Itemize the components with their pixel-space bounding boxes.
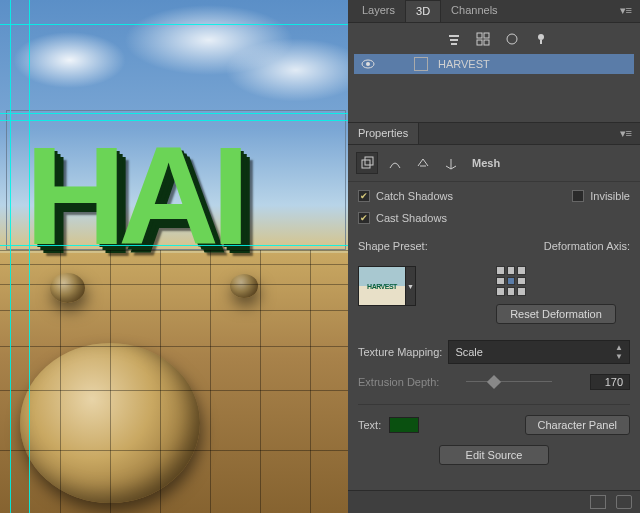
catch-shadows-checkbox[interactable]: ✔ — [358, 190, 370, 202]
deform-tab-icon[interactable] — [384, 152, 406, 174]
deformation-axis-label: Deformation Axis: — [544, 240, 630, 252]
filter-meshes-icon[interactable] — [475, 31, 490, 46]
3d-text-object[interactable]: HAI — [25, 115, 242, 277]
tab-layers[interactable]: Layers — [352, 0, 405, 22]
reset-deformation-button[interactable]: Reset Deformation — [496, 304, 616, 324]
character-panel-button[interactable]: Character Panel — [525, 415, 631, 435]
edit-source-button[interactable]: Edit Source — [439, 445, 549, 465]
properties-body: ✔ Catch Shadows Invisible ✔ Cast Shadows… — [348, 182, 640, 473]
filter-materials-icon[interactable] — [504, 31, 519, 46]
guide-horizontal[interactable] — [0, 120, 348, 121]
text-color-swatch[interactable] — [389, 417, 419, 433]
catch-shadows-label: Catch Shadows — [376, 190, 453, 202]
svg-rect-2 — [451, 43, 457, 45]
properties-category-label: Mesh — [472, 157, 500, 169]
svg-rect-3 — [477, 33, 482, 38]
properties-footer — [348, 490, 640, 513]
invisible-checkbox[interactable] — [572, 190, 584, 202]
render-icon[interactable] — [590, 495, 606, 509]
shape-preset-picker[interactable]: HARVEST ▼ — [358, 266, 416, 324]
visibility-toggle-icon[interactable] — [361, 59, 375, 69]
guide-horizontal[interactable] — [0, 245, 348, 246]
filter-lights-icon[interactable] — [533, 31, 548, 46]
extrusion-depth-value[interactable]: 170 — [590, 374, 630, 390]
guide-horizontal[interactable] — [0, 113, 348, 114]
svg-rect-6 — [484, 40, 489, 45]
trash-icon[interactable] — [616, 495, 632, 509]
panel-tabs: Layers 3D Channels ▾≡ — [348, 0, 640, 23]
extrusion-depth-label: Extrusion Depth: — [358, 376, 458, 388]
panel-menu-icon[interactable]: ▾≡ — [612, 0, 640, 22]
guide-vertical[interactable] — [29, 0, 30, 513]
shape-preset-label: Shape Preset: — [358, 240, 428, 252]
panel-menu-icon[interactable]: ▾≡ — [612, 123, 640, 144]
3d-list-item[interactable]: HARVEST — [354, 54, 634, 74]
svg-rect-13 — [365, 157, 373, 165]
coordinates-tab-icon[interactable] — [440, 152, 462, 174]
3d-filter-toolbar — [348, 23, 640, 54]
properties-toolbar: Mesh — [348, 145, 640, 182]
deformation-axis-grid[interactable] — [496, 266, 526, 296]
svg-line-16 — [446, 166, 451, 169]
svg-rect-9 — [540, 40, 542, 44]
properties-panel-header: Properties ▾≡ — [348, 122, 640, 145]
svg-point-7 — [507, 34, 517, 44]
filter-scene-icon[interactable] — [446, 31, 461, 46]
svg-point-8 — [538, 34, 544, 40]
guide-vertical[interactable] — [10, 0, 11, 513]
cap-tab-icon[interactable] — [412, 152, 434, 174]
3d-scene-list: HARVEST — [348, 54, 640, 74]
svg-rect-1 — [450, 39, 458, 41]
svg-line-17 — [451, 166, 456, 169]
3d-item-name: HARVEST — [438, 58, 490, 70]
mesh-tab-icon[interactable] — [356, 152, 378, 174]
svg-point-11 — [366, 62, 370, 66]
svg-rect-5 — [477, 40, 482, 45]
tab-3d[interactable]: 3D — [405, 0, 441, 22]
document-viewport[interactable]: HAI — [0, 0, 348, 513]
extrusion-depth-slider[interactable] — [466, 375, 582, 389]
invisible-label: Invisible — [590, 190, 630, 202]
tab-properties[interactable]: Properties — [348, 123, 419, 144]
tab-channels[interactable]: Channels — [441, 0, 507, 22]
panels-sidebar: Layers 3D Channels ▾≡ HARVEST Properties… — [348, 0, 640, 513]
scene-object — [230, 274, 258, 298]
text-label: Text: — [358, 419, 381, 431]
svg-rect-4 — [484, 33, 489, 38]
mesh-item-icon — [414, 57, 428, 71]
svg-rect-12 — [362, 160, 370, 168]
texture-mapping-select[interactable]: Scale▲▼ — [448, 340, 630, 364]
texture-mapping-label: Texture Mapping: — [358, 346, 442, 358]
scene-object — [50, 273, 85, 303]
cast-shadows-checkbox[interactable]: ✔ — [358, 212, 370, 224]
svg-rect-0 — [449, 35, 459, 37]
chevron-down-icon[interactable]: ▼ — [406, 266, 416, 306]
scene-object — [20, 343, 200, 503]
guide-horizontal[interactable] — [0, 24, 348, 25]
cast-shadows-label: Cast Shadows — [376, 212, 447, 224]
